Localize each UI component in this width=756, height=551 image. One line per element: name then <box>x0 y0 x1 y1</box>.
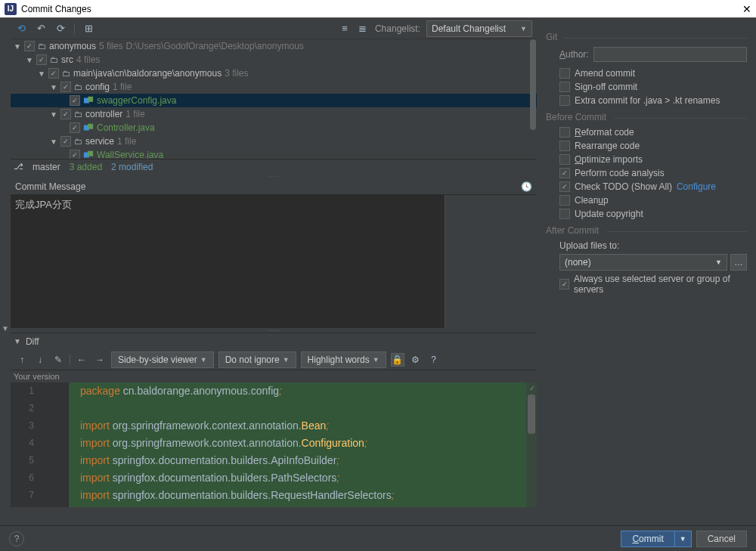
signoff-label: Sign-off commit <box>575 82 637 92</box>
checkbox[interactable] <box>36 54 47 65</box>
refresh-icon[interactable]: ⟲ <box>15 23 27 35</box>
help-button[interactable]: ? <box>9 531 24 546</box>
node-meta: 1 file <box>113 82 132 92</box>
changelist-value: Default Changelist <box>432 23 506 34</box>
checkbox[interactable] <box>559 209 570 219</box>
expander-icon[interactable]: ▼ <box>38 70 45 78</box>
checkbox[interactable] <box>559 127 570 138</box>
line-number: 3 <box>11 417 69 435</box>
before-section-title: Before Commit <box>546 112 747 124</box>
help-icon[interactable]: ? <box>427 353 441 367</box>
expander-icon[interactable]: ▼ <box>50 138 57 146</box>
status-tick-icon: ✓ <box>529 384 535 392</box>
window-title: Commit Changes <box>21 4 91 14</box>
folder-icon: 🗀 <box>74 82 82 91</box>
expander-icon[interactable]: ▼ <box>50 110 57 119</box>
checkbox[interactable] <box>559 279 569 289</box>
checkbox[interactable] <box>559 168 570 178</box>
tree-row[interactable]: ▼ 🗀 controller 1 file <box>11 107 537 121</box>
tree-row[interactable]: Controller.java <box>11 121 537 135</box>
title-bar: IJ Commit Changes ✕ <box>0 0 756 18</box>
expand-all-icon[interactable]: ≡ <box>339 23 351 35</box>
checkbox[interactable] <box>559 141 570 151</box>
checkbox[interactable] <box>559 181 570 192</box>
checkbox[interactable] <box>60 136 71 147</box>
separator <box>74 23 75 34</box>
node-meta: 4 files <box>76 54 100 65</box>
ignore-select[interactable]: Do not ignore ▼ <box>218 351 296 368</box>
checkbox[interactable] <box>70 150 80 159</box>
node-meta: 1 file <box>117 136 136 147</box>
checkbox[interactable] <box>60 82 71 92</box>
author-input[interactable] <box>593 47 747 62</box>
close-button[interactable]: ✕ <box>742 3 751 15</box>
expander-icon[interactable]: ▼ <box>50 83 57 91</box>
checkbox[interactable] <box>559 195 570 206</box>
folder-icon: 🗀 <box>38 42 46 51</box>
checkbox[interactable] <box>559 82 570 92</box>
collapse-all-icon[interactable]: ≣ <box>357 23 369 35</box>
prev-file-icon[interactable]: ← <box>75 353 88 367</box>
folder-icon: 🗀 <box>74 110 82 119</box>
diff-expand-icon[interactable]: ▼ <box>14 337 21 345</box>
checkbox[interactable] <box>559 154 570 165</box>
always-label: Always use selected server or group of s… <box>574 274 747 295</box>
next-file-icon[interactable]: → <box>93 353 107 367</box>
line-number: 6 <box>11 469 69 487</box>
tree-scrollbar[interactable] <box>529 39 537 159</box>
chevron-down-icon: ▼ <box>373 356 380 364</box>
tree-row[interactable]: ▼ 🗀 config 1 file <box>11 80 537 94</box>
node-name: src <box>61 54 73 65</box>
added-count: 3 added <box>70 162 102 172</box>
cancel-button[interactable]: Cancel <box>696 531 747 547</box>
svg-rect-1 <box>88 97 93 102</box>
commit-message-input[interactable] <box>11 195 445 328</box>
folder-icon: 🗀 <box>50 55 58 64</box>
cleanup-label: Cleanup <box>575 195 609 206</box>
sync-icon[interactable]: ⟳ <box>54 23 67 35</box>
line-number: 1 <box>11 382 69 400</box>
tree-row[interactable]: ▼ 🗀 src 4 files <box>11 53 537 67</box>
ignore-label: Do not ignore <box>225 354 280 365</box>
toolbar: ⟲ ↶ ⟳ ⊞ ≡ ≣ Changelist: Default Changeli… <box>11 18 537 39</box>
configure-link[interactable]: Configure <box>677 181 716 192</box>
tree-row-selected[interactable]: swaggerConfig.java <box>11 94 537 107</box>
next-diff-icon[interactable]: ↓ <box>33 353 47 367</box>
checkbox[interactable] <box>60 109 71 119</box>
commit-dropdown-icon[interactable]: ▼ <box>675 531 691 546</box>
prev-diff-icon[interactable]: ↑ <box>15 353 29 367</box>
code-body[interactable]: package cn.baldorange.anonymous.config; … <box>70 382 537 507</box>
history-icon[interactable]: 🕓 <box>521 181 532 192</box>
expander-icon[interactable]: ▼ <box>14 42 21 51</box>
checkbox[interactable] <box>559 68 570 79</box>
checkbox[interactable] <box>70 95 80 106</box>
expander-icon[interactable]: ▼ <box>26 56 33 64</box>
browse-button[interactable]: … <box>730 254 747 271</box>
chevron-down-icon: ▼ <box>283 356 290 364</box>
checkbox[interactable] <box>48 68 59 79</box>
group-by-icon[interactable]: ⊞ <box>82 23 94 35</box>
collapse-arrow-icon[interactable]: ▼ <box>2 324 9 333</box>
viewer-select[interactable]: Side-by-side viewer ▼ <box>111 351 214 368</box>
viewer-label: Side-by-side viewer <box>118 354 197 365</box>
java-file-icon <box>83 95 94 106</box>
upload-select[interactable]: (none) ▼ <box>559 254 727 271</box>
edit-icon[interactable]: ✎ <box>51 353 65 367</box>
tree-row[interactable]: WallService.java <box>11 148 537 159</box>
lock-icon[interactable]: 🔒 <box>391 353 404 367</box>
code-scrollbar[interactable]: ✓ <box>526 382 537 507</box>
diff-toolbar: ↑ ↓ ✎ ← → Side-by-side viewer ▼ Do not i… <box>11 349 537 370</box>
app-icon: IJ <box>5 3 17 15</box>
gear-icon[interactable]: ⚙ <box>409 353 423 367</box>
tree-row[interactable]: ▼ 🗀 service 1 file <box>11 135 537 148</box>
revert-icon[interactable]: ↶ <box>35 23 47 35</box>
commit-button[interactable]: Commit ▼ <box>621 531 691 547</box>
checkbox[interactable] <box>70 122 80 133</box>
checkbox[interactable] <box>559 95 570 106</box>
tree-row[interactable]: ▼ 🗀 main\java\cn\baldorange\anonymous 3 … <box>11 67 537 80</box>
highlight-select[interactable]: Highlight words ▼ <box>301 351 386 368</box>
svg-rect-5 <box>88 151 93 156</box>
checkbox[interactable] <box>24 41 35 51</box>
changelist-select[interactable]: Default Changelist ▼ <box>426 20 532 37</box>
tree-row[interactable]: ▼ 🗀 anonymous 5 files D:\Users\GodofOran… <box>11 39 537 53</box>
